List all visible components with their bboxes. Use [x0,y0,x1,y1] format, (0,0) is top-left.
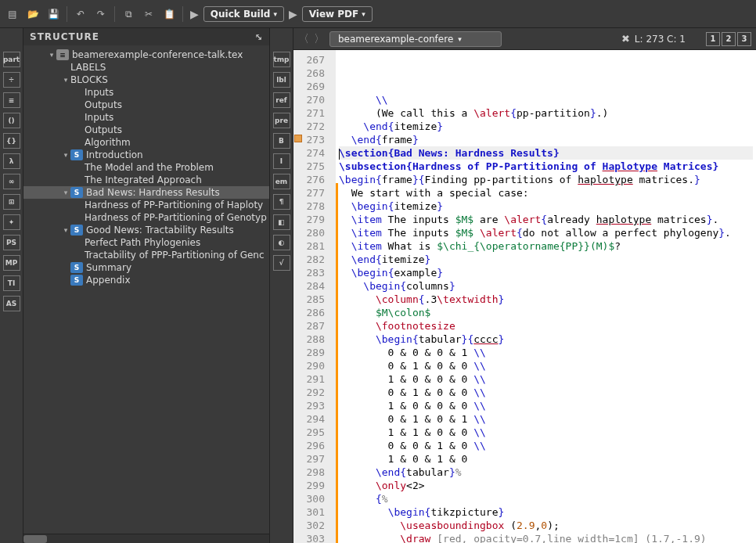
tree-item[interactable]: The Model and the Problem [23,161,269,174]
tree-item[interactable]: ▾SBad News: Hardness Results [23,186,269,199]
symbol-÷-icon[interactable]: ÷ [3,72,20,88]
breadcrumb[interactable]: beamerexample-confere [329,31,502,47]
code-line[interactable]: 0 & 0 & 1 & 0 \\ [339,439,753,452]
symbol-ps-icon[interactable]: PS [3,235,20,250]
code-line[interactable]: \column{.3\textwidth} [339,293,753,306]
quick-build-button[interactable]: Quick Build [203,6,284,22]
tree-item[interactable]: Hardness of PP-Partitioning of Haploty [23,199,269,211]
bookmark-1[interactable]: 1 [706,32,720,46]
code-line[interactable]: \subsection{Hardness of PP-Partitioning … [339,160,753,173]
tool-¶-icon[interactable]: ¶ [273,194,290,210]
expand-arrow-icon[interactable]: ▾ [47,51,56,59]
view-pdf-button[interactable]: View PDF [302,6,373,22]
code-line[interactable]: \item The inputs $M$ are \alert{already … [339,213,753,226]
symbol-mp-icon[interactable]: MP [3,255,20,271]
code-line[interactable]: 0 & 0 & 0 & 1 \\ [339,346,753,359]
paste-icon[interactable]: 📋 [160,5,178,23]
tree-item[interactable]: Tractability of PPP-Partitioning of Genc [23,249,269,261]
code-line[interactable]: 0 & 1 & 0 & 1 \\ [339,412,753,426]
expand-arrow-icon[interactable]: ▾ [61,189,70,196]
code-line[interactable]: $M\colon$ [339,306,753,319]
expand-arrow-icon[interactable]: ▾ [61,226,70,234]
code-line[interactable]: \end{itemize} [339,120,753,133]
tool-lbl-icon[interactable]: lbl [273,72,290,88]
code-line[interactable]: 0 & 1 & 0 & 0 \\ [339,359,753,372]
code-line[interactable]: 1 & 1 & 0 & 0 \\ [339,426,753,439]
tool-◧-icon[interactable]: ◧ [273,214,290,230]
symbol-λ-icon[interactable]: λ [3,153,20,169]
tree-item[interactable]: ▾SGood News: Tractability Results [23,224,269,236]
code-line[interactable]: We start with a special case: [339,186,753,200]
code-line[interactable]: \\ [339,93,753,106]
code-line[interactable]: 1 & 0 & 1 & 0 [339,452,753,466]
close-tab-icon[interactable]: ✖ [621,33,630,45]
tool-i-icon[interactable]: I [273,153,290,169]
expand-arrow-icon[interactable]: ▾ [61,151,70,159]
code-line[interactable]: \footnotesize [339,319,753,333]
tree-item[interactable]: Perfect Path Phylogenies [23,236,269,249]
symbol-≡-icon[interactable]: ≡ [3,92,20,108]
tool-ref-icon[interactable]: ref [273,92,290,108]
code-line[interactable]: \end{itemize} [339,253,753,266]
code-line[interactable]: \end{frame} [339,133,753,146]
code-line[interactable]: \item What is $\chi_{\operatorname{PP}}(… [339,239,753,253]
build-play-icon[interactable]: ▶ [190,8,199,20]
code-line[interactable]: \begin{columns} [339,279,753,293]
code-line[interactable]: \begin{itemize} [339,200,753,213]
bookmark-3[interactable]: 3 [737,32,751,46]
open-file-icon[interactable]: 📂 [23,5,42,23]
code-line[interactable]: 1 & 0 & 0 & 0 \\ [339,372,753,386]
code-editor[interactable]: 2672682692702712722732742752762772782792… [293,50,756,543]
save-file-icon[interactable]: 💾 [44,5,63,23]
tool-b-icon[interactable]: B [273,133,290,149]
tree-item[interactable]: Outputs [23,99,269,111]
bookmark-2[interactable]: 2 [722,32,736,46]
tool-pre-icon[interactable]: pre [273,113,290,128]
symbol-{}-icon[interactable]: {} [3,133,20,149]
nav-back-icon[interactable]: 〈 [298,32,309,46]
code-line[interactable]: \only<2> [339,479,753,492]
code-line[interactable]: (We call this a \alert{pp-partition}.) [339,106,753,120]
structure-sync-icon[interactable]: ⤡ [255,32,263,42]
code-line[interactable]: \begin{tikzpicture} [339,505,753,519]
code-line[interactable]: \begin{tabular}{cccc} [339,333,753,346]
code-line[interactable]: \item The inputs $M$ \alert{do not allow… [339,226,753,239]
tree-item[interactable]: ▾SIntroduction [23,149,269,161]
tree-item[interactable]: Inputs [23,86,269,99]
code-line[interactable]: 1 & 0 & 0 & 0 \\ [339,399,753,412]
view-play-icon[interactable]: ▶ [289,8,297,20]
symbol-∞-icon[interactable]: ∞ [3,174,20,189]
copy-icon[interactable]: ⧉ [119,5,138,23]
code-line[interactable]: \begin{example} [339,266,753,279]
code-line[interactable]: \useasboundingbox (2.9,0); [339,519,753,532]
symbol-ti-icon[interactable]: TI [3,275,20,291]
undo-icon[interactable]: ↶ [71,5,90,23]
fold-marker-icon[interactable] [294,135,302,142]
code-line[interactable]: \end{tabular}% [339,466,753,479]
tool-tmp-icon[interactable]: tmp [273,52,290,67]
tool-√-icon[interactable]: √ [273,255,290,271]
tree-item[interactable]: LABELS [23,61,269,74]
symbol-⊞-icon[interactable]: ⊞ [3,194,20,210]
new-file-icon[interactable]: ▤ [3,5,22,23]
code-area[interactable]: \\ (We call this a \alert{pp-partition}.… [336,50,756,543]
tool-◐-icon[interactable]: ◐ [273,235,290,250]
code-line[interactable]: 0 & 1 & 0 & 0 \\ [339,386,753,399]
code-line[interactable]: {% [339,492,753,505]
redo-icon[interactable]: ↷ [92,5,110,23]
tree-item[interactable]: Hardness of PP-Partitioning of Genotyp [23,211,269,224]
code-line[interactable]: \section{Bad News: Hardness Results} [339,146,753,160]
expand-arrow-icon[interactable]: ▾ [61,76,70,84]
symbol-()-icon[interactable]: () [3,113,20,128]
tree-item[interactable]: ▾BLOCKS [23,74,269,86]
tool-em-icon[interactable]: em [273,174,290,189]
code-line[interactable]: \begin{frame}{Finding pp-partitions of h… [339,173,753,186]
tree-item[interactable]: Algorithm [23,136,269,149]
symbol-✦-icon[interactable]: ✦ [3,214,20,230]
code-line[interactable]: \draw [red, opacity=0.7,line width=1cm] … [339,532,753,543]
symbol-as-icon[interactable]: AS [3,296,20,311]
tree-item[interactable]: Outputs [23,124,269,136]
tree-item[interactable]: ▾≡beamerexample-conference-talk.tex [23,49,269,61]
structure-hscrollbar[interactable] [23,534,269,543]
symbol-part-icon[interactable]: part [3,52,20,67]
